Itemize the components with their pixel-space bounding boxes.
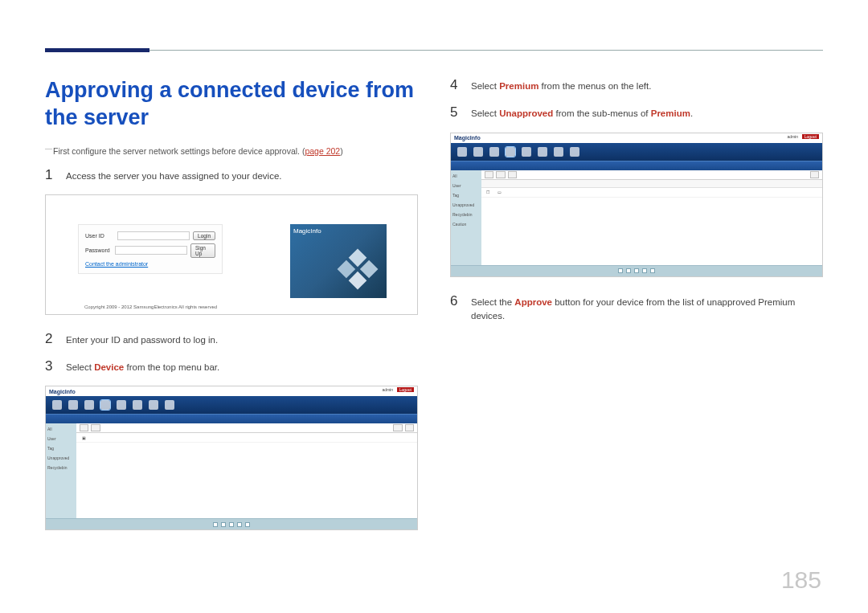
menu-icon[interactable]: [457, 147, 467, 157]
step-3: 3 Select Device from the top menu bar.: [45, 358, 418, 374]
list-item[interactable]: ▣: [76, 433, 417, 443]
step-2: 2 Enter your ID and password to log in.: [45, 331, 418, 347]
right-column: 4 Select Premium from the menus on the l…: [450, 77, 823, 546]
table-row[interactable]: ☐ ▭: [481, 188, 822, 198]
left-column: Approving a connected device from the se…: [45, 77, 418, 546]
toolbar-button[interactable]: [810, 171, 819, 178]
app-titlebar: MagicInfo admin Logout: [451, 133, 822, 143]
sidebar-item[interactable]: Tag: [47, 446, 75, 451]
device-menu-icon[interactable]: [506, 147, 515, 157]
sidebar-item[interactable]: Unapproved: [47, 456, 75, 460]
login-copyright: Copyright 2009 - 2012 SamsungElectronics…: [84, 304, 217, 309]
pager-dot-icon[interactable]: [650, 268, 655, 273]
main-area: ☐ ▭: [481, 170, 822, 265]
page-title: Approving a connected device from the se…: [45, 77, 418, 132]
sidebar: All User Tag Unapproved Recyclebin Cauti…: [451, 170, 481, 265]
menu-icon[interactable]: [538, 147, 547, 157]
step-number: 5: [450, 104, 461, 121]
sidebar-item[interactable]: Caution: [452, 222, 480, 227]
diamond-icon: [334, 245, 382, 293]
toolbar-button[interactable]: [91, 424, 100, 431]
step-4: 4 Select Premium from the menus on the l…: [450, 77, 823, 93]
step-text-post: .: [690, 108, 693, 118]
step-text: Select the Approve button for your devic…: [471, 296, 823, 324]
login-button[interactable]: Login: [193, 231, 215, 240]
pager-dot-icon[interactable]: [229, 522, 234, 527]
page-number: 185: [781, 566, 821, 594]
menu-icon[interactable]: [84, 400, 94, 410]
step-text-pre: Select the: [471, 297, 514, 307]
user-id-field[interactable]: [117, 231, 190, 240]
page-header-accent: [45, 48, 149, 52]
logout-button[interactable]: Logout: [802, 134, 819, 139]
pager-dot-icon[interactable]: [245, 522, 250, 527]
toolbar-button[interactable]: [393, 424, 402, 431]
contact-admin-link[interactable]: Contact the administrator: [85, 261, 215, 267]
logout-button[interactable]: Logout: [397, 387, 414, 392]
sidebar-item[interactable]: User: [47, 436, 75, 441]
menu-icon[interactable]: [570, 147, 579, 157]
pager-dot-icon[interactable]: [221, 522, 226, 527]
menu-icon[interactable]: [165, 400, 174, 410]
control-bar: [76, 423, 417, 433]
sidebar-item[interactable]: Recyclebin: [47, 465, 75, 470]
pager-dot-icon[interactable]: [213, 522, 218, 527]
menu-icon[interactable]: [68, 400, 78, 410]
menu-icon[interactable]: [522, 147, 531, 157]
login-form: User ID Login Password Sign Up Contact t…: [78, 224, 223, 274]
pager-dot-icon[interactable]: [237, 522, 242, 527]
sidebar-item[interactable]: Recyclebin: [452, 212, 480, 217]
top-menu-bar: [46, 396, 417, 414]
toolbar-button[interactable]: [496, 171, 505, 178]
keyword-unapproved: Unapproved: [499, 108, 553, 118]
step-number: 6: [450, 293, 461, 309]
menu-icon[interactable]: [149, 400, 158, 410]
step-5: 5 Select Unapproved from the sub-menus o…: [450, 104, 823, 121]
svg-rect-1: [360, 260, 379, 278]
note-suffix: ): [340, 146, 343, 156]
menu-icon[interactable]: [473, 147, 483, 157]
page-link[interactable]: page 202: [305, 146, 340, 156]
menu-icon[interactable]: [133, 400, 142, 410]
step-text: Access the server you have assigned to y…: [66, 170, 418, 183]
step-text: Select Device from the top menu bar.: [66, 361, 418, 374]
pager-dot-icon[interactable]: [634, 268, 639, 273]
pager-dot-icon[interactable]: [618, 268, 623, 273]
main-area: ▣: [76, 423, 417, 518]
sidebar-item-unapproved[interactable]: Unapproved: [452, 202, 480, 207]
pager-dot-icon[interactable]: [642, 268, 647, 273]
thumb-icon: ▣: [76, 435, 91, 440]
step-text-post: from the top menu bar.: [124, 362, 219, 372]
toolbar-button[interactable]: [508, 171, 517, 178]
step-number: 1: [45, 167, 56, 183]
menu-icon[interactable]: [117, 400, 126, 410]
pager-dot-icon[interactable]: [626, 268, 631, 273]
list-header: [481, 180, 822, 188]
app-brand: MagicInfo: [49, 389, 76, 394]
menu-icon[interactable]: [554, 147, 563, 157]
app-titlebar: MagicInfo admin Logout: [46, 386, 417, 396]
menu-icon[interactable]: [489, 147, 499, 157]
screenshot-device-menu: MagicInfo admin Logout All User Tag: [45, 386, 418, 530]
app-footer: [46, 518, 417, 529]
signup-button[interactable]: Sign Up: [190, 243, 215, 258]
sidebar-item[interactable]: Tag: [452, 193, 480, 198]
approve-button[interactable]: [485, 171, 493, 178]
monitor-icon: ▭: [493, 190, 504, 194]
password-field[interactable]: [115, 246, 187, 255]
toolbar-button[interactable]: [405, 424, 414, 431]
svg-rect-3: [349, 272, 367, 290]
toolbar-button[interactable]: [80, 424, 88, 431]
keyword-approve: Approve: [514, 297, 552, 307]
sidebar-item[interactable]: User: [452, 183, 480, 188]
step-number: 2: [45, 331, 56, 347]
checkbox-icon[interactable]: ☐: [481, 190, 493, 194]
screenshot-login: User ID Login Password Sign Up Contact t…: [45, 194, 418, 315]
device-menu-icon[interactable]: [100, 400, 110, 410]
step-text-pre: Select: [471, 81, 499, 91]
menu-icon[interactable]: [52, 400, 62, 410]
sidebar-item[interactable]: All: [47, 427, 75, 431]
sidebar-item[interactable]: All: [452, 174, 480, 178]
sidebar: All User Tag Unapproved Recyclebin: [46, 423, 76, 518]
note-text: First configure the server network setti…: [53, 146, 305, 156]
